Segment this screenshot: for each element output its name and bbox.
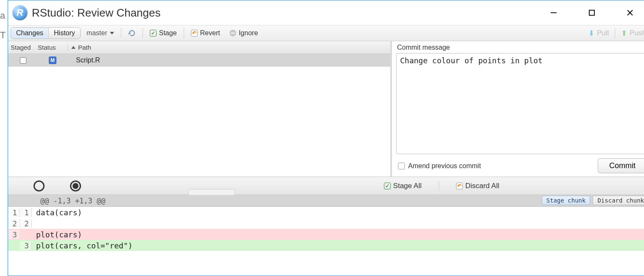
ignore-label: Ignore xyxy=(239,29,258,37)
titlebar: R RStudio: Review Changes xyxy=(8,0,644,25)
col-header-path[interactable]: Path xyxy=(67,44,390,51)
window-title: RStudio: Review Changes xyxy=(32,6,161,20)
view-toggle: Changes History xyxy=(11,27,81,39)
check-icon: ✓ xyxy=(384,183,391,189)
commit-button[interactable]: Commit xyxy=(598,158,644,173)
tab-changes[interactable]: Changes xyxy=(11,28,49,39)
check-icon: ✓ xyxy=(150,30,157,37)
gutter-new: 2 xyxy=(20,219,32,228)
diff-toolbar: ✓ Stage All ↶ Discard All xyxy=(8,177,644,195)
stage-chunk-button[interactable]: Stage chunk xyxy=(542,196,591,205)
gutter-new: 3 xyxy=(20,241,32,250)
diff-line[interactable]: 2 2 xyxy=(8,218,644,229)
diff-code: plot(cars, col="red") xyxy=(32,241,644,250)
separator xyxy=(121,28,121,38)
diff-code: data(cars) xyxy=(32,208,644,217)
amend-checkbox[interactable] xyxy=(398,163,405,169)
gutter-old: 2 xyxy=(8,219,20,228)
amend-label: Amend previous commit xyxy=(408,162,481,170)
push-label: Push xyxy=(630,29,644,37)
separator xyxy=(615,28,615,38)
stage-all-label: Stage All xyxy=(393,182,422,190)
stage-label: Stage xyxy=(159,29,177,37)
pull-icon: ⬇ xyxy=(588,29,594,38)
stage-all-button[interactable]: ✓ Stage All xyxy=(381,180,425,192)
maximize-button[interactable] xyxy=(583,4,600,21)
main-toolbar: Changes History master ✓ Stage ↶ Revert … xyxy=(8,25,644,41)
refresh-icon xyxy=(128,29,136,37)
push-icon: ⬆ xyxy=(621,29,627,38)
separator xyxy=(184,28,184,38)
file-row[interactable]: M Script.R xyxy=(8,54,390,67)
middle-pane: Staged Status Path M Script.R Commit mes… xyxy=(8,41,644,177)
commit-bottom-bar: Amend previous commit Commit xyxy=(396,158,644,173)
discard-all-label: Discard All xyxy=(465,182,499,190)
ignore-button[interactable]: Ignore xyxy=(226,28,261,39)
diff-hunk-header: @@ -1,3 +1,3 @@ Stage chunk Discard chun… xyxy=(8,195,644,207)
commit-message-label: Commit message xyxy=(397,44,644,51)
rstudio-app-icon: R xyxy=(12,5,28,20)
diff-line-added[interactable]: 3 plot(cars, col="red") xyxy=(8,240,644,251)
file-list-header: Staged Status Path xyxy=(8,41,390,54)
gutter-new: 1 xyxy=(20,208,32,217)
file-list-empty xyxy=(8,67,390,177)
file-staged-cell xyxy=(8,57,38,64)
refresh-button[interactable] xyxy=(125,28,139,39)
commit-pane: Commit message Amend previous commit Com… xyxy=(392,41,644,177)
svg-rect-1 xyxy=(589,10,594,15)
diff-mode-radio-2[interactable] xyxy=(70,180,81,192)
separator xyxy=(143,28,143,38)
gutter-old: 3 xyxy=(8,230,20,239)
col-header-staged[interactable]: Staged xyxy=(8,44,38,51)
revert-label: Revert xyxy=(200,29,220,37)
separator xyxy=(439,181,439,191)
diff-mode-radios xyxy=(12,180,81,192)
pull-button[interactable]: ⬇ Pull xyxy=(586,29,611,38)
discard-chunk-button[interactable]: Discard chunk xyxy=(593,196,644,205)
close-button[interactable] xyxy=(622,4,638,21)
gutter-old: 1 xyxy=(8,208,20,217)
review-changes-window: R RStudio: Review Changes Changes Histor… xyxy=(8,0,644,276)
stage-button[interactable]: ✓ Stage xyxy=(146,28,180,39)
discard-all-button[interactable]: ↶ Discard All xyxy=(453,180,503,192)
diff-tab[interactable] xyxy=(188,189,235,195)
push-button[interactable]: ⬆ Push xyxy=(619,29,644,38)
status-modified-icon: M xyxy=(49,56,56,64)
revert-icon: ↶ xyxy=(191,30,198,37)
commit-message-input[interactable] xyxy=(396,53,644,154)
col-header-status[interactable]: Status xyxy=(38,44,67,51)
tab-history[interactable]: History xyxy=(49,28,80,39)
hunk-range: @@ -1,3 +1,3 @@ xyxy=(40,197,106,205)
stage-checkbox[interactable] xyxy=(20,57,26,64)
background-letter-a: a T xyxy=(0,0,6,41)
file-list-pane: Staged Status Path M Script.R xyxy=(8,41,392,177)
ignore-icon xyxy=(230,30,236,37)
diff-body: 1 1 data(cars) 2 2 3 plot(cars) 3 plot(c… xyxy=(8,207,644,251)
col-label-path: Path xyxy=(78,44,91,51)
branch-name: master xyxy=(87,29,107,37)
discard-icon: ↶ xyxy=(456,183,463,189)
minimize-button[interactable] xyxy=(545,4,562,21)
sort-asc-icon xyxy=(71,46,76,49)
revert-button[interactable]: ↶ Revert xyxy=(188,28,224,39)
chevron-down-icon xyxy=(110,32,114,34)
diff-code: plot(cars) xyxy=(32,230,644,239)
diff-line[interactable]: 1 1 data(cars) xyxy=(8,207,644,218)
pull-label: Pull xyxy=(597,29,609,37)
window-controls xyxy=(545,4,644,21)
diff-mode-radio-1[interactable] xyxy=(34,180,45,192)
branch-selector[interactable]: master xyxy=(83,29,118,37)
diff-line-removed[interactable]: 3 plot(cars) xyxy=(8,229,644,240)
file-path: Script.R xyxy=(67,56,390,64)
file-status-cell: M xyxy=(38,56,67,64)
